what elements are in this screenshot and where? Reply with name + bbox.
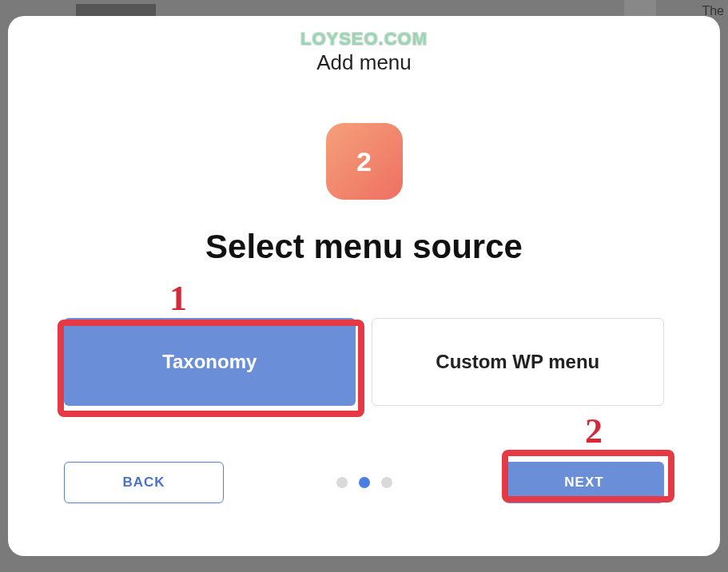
option-custom-wp-menu[interactable]: Custom WP menu [372,318,665,406]
next-button[interactable]: NEXT [504,462,664,503]
watermark-text: LOYSEO.COM [300,29,428,50]
option-label: Custom WP menu [436,351,599,373]
annotation-label-1: 1 [169,278,187,319]
add-menu-modal: LOYSEO.COM Add menu 2 Select menu source… [8,16,720,556]
step-indicator [336,477,392,488]
option-taxonomy[interactable]: Taxonomy [64,318,356,406]
step-dot-2 [359,477,370,488]
modal-footer: BACK NEXT [64,462,664,503]
step-number: 2 [356,146,372,177]
back-button-label: BACK [122,475,165,491]
next-button-label: NEXT [564,475,603,491]
background-decoration [76,4,156,16]
menu-source-options: Taxonomy Custom WP menu [64,318,664,406]
step-dot-1 [336,477,348,488]
step-dot-3 [381,477,392,488]
annotation-label-2: 2 [585,411,603,451]
option-label: Taxonomy [162,351,257,373]
modal-heading: Select menu source [205,228,523,266]
modal-title: Add menu [316,50,412,75]
step-number-badge: 2 [326,123,403,200]
back-button[interactable]: BACK [64,462,224,503]
